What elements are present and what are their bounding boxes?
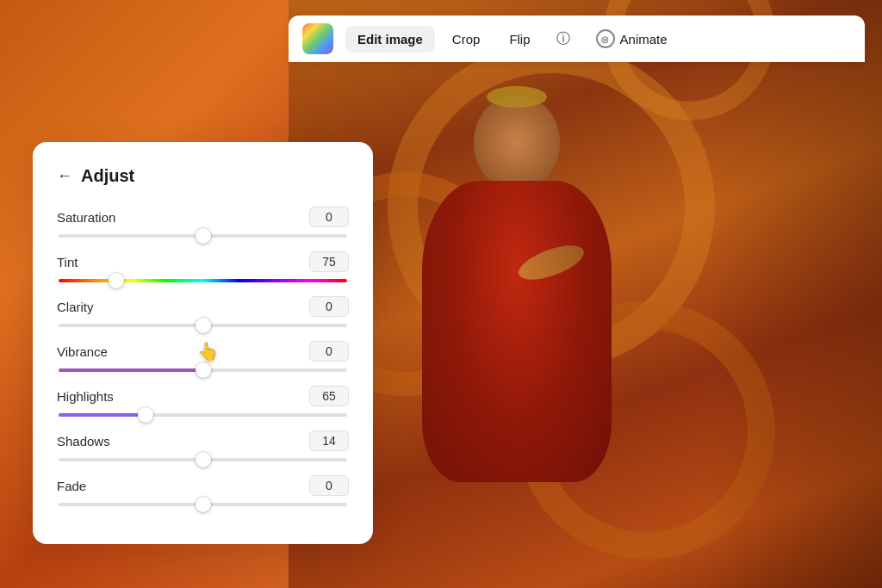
shadows-thumb[interactable] (196, 452, 211, 467)
highlights-track[interactable] (59, 413, 347, 417)
fade-value: 0 (309, 475, 349, 496)
adjust-panel: ← Adjust Saturation 0 Tint 75 Clarity 0 (33, 142, 373, 544)
fade-track[interactable] (59, 503, 347, 506)
tint-label: Tint (57, 255, 78, 269)
vibrance-track[interactable]: 👆 (59, 368, 347, 372)
clarity-track[interactable] (59, 324, 347, 327)
saturation-thumb[interactable] (196, 228, 211, 244)
vibrance-label: Vibrance (57, 344, 108, 359)
edit-image-button[interactable]: Edit image (345, 26, 435, 53)
saturation-track[interactable] (59, 234, 347, 238)
saturation-row: Saturation 0 (57, 207, 349, 238)
fade-row: Fade 0 (57, 475, 349, 506)
flip-button[interactable]: Flip (497, 26, 542, 53)
highlights-label: Highlights (57, 389, 114, 404)
info-button[interactable]: ⓘ (548, 23, 579, 54)
clarity-label: Clarity (57, 300, 94, 314)
animate-icon: ◎ (596, 29, 615, 48)
panel-title: Adjust (81, 166, 134, 186)
tint-track[interactable] (59, 279, 347, 282)
shadows-track[interactable] (59, 458, 347, 461)
highlights-row: Highlights 65 (57, 386, 349, 417)
vibrance-value: 0 (309, 341, 349, 362)
clarity-row: Clarity 0 (57, 296, 349, 327)
saturation-value: 0 (309, 207, 349, 227)
info-icon: ⓘ (556, 30, 570, 48)
fade-label: Fade (57, 479, 86, 493)
fade-thumb[interactable] (196, 497, 211, 512)
clarity-thumb[interactable] (196, 318, 211, 333)
app-logo (302, 23, 333, 54)
highlights-value: 65 (309, 386, 349, 406)
vibrance-thumb[interactable] (196, 362, 211, 378)
shadows-value: 14 (309, 430, 349, 451)
tint-row: Tint 75 (57, 251, 349, 282)
crop-button[interactable]: Crop (440, 26, 493, 53)
vibrance-row: Vibrance 0 👆 (57, 341, 349, 372)
shadows-row: Shadows 14 (57, 430, 349, 461)
highlights-thumb[interactable] (138, 407, 153, 423)
toolbar: Edit image Crop Flip ⓘ ◎ Animate (289, 15, 865, 62)
clarity-value: 0 (309, 296, 349, 317)
tint-value: 75 (309, 251, 349, 272)
tint-thumb[interactable] (109, 273, 124, 288)
animate-label: Animate (620, 32, 668, 46)
shadows-label: Shadows (57, 434, 110, 449)
animate-button[interactable]: ◎ Animate (584, 23, 680, 54)
back-button[interactable]: ← (57, 167, 72, 185)
saturation-label: Saturation (57, 210, 115, 225)
panel-header: ← Adjust (57, 166, 349, 186)
